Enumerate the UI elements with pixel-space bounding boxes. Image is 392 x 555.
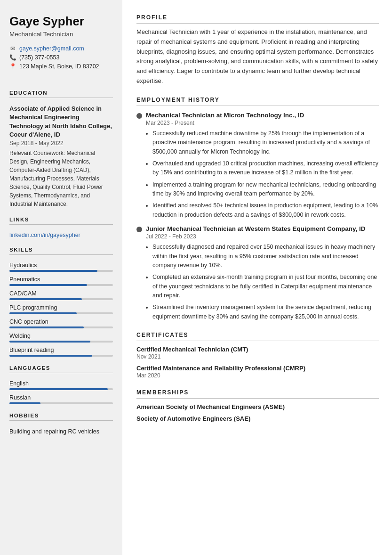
memberships-section-header: MEMBERSHIPS <box>136 389 379 399</box>
language-item: Russian <box>9 394 113 404</box>
job-bullet: Implemented a training program for new m… <box>152 180 379 199</box>
address-item: 📍 123 Maple St, Boise, ID 83702 <box>9 63 113 70</box>
hobbies-header: HOBBIES <box>9 413 113 421</box>
job-block: Mechanical Technician at Micron Technolo… <box>136 112 379 220</box>
skill-item: CNC operation <box>9 318 113 328</box>
links-header: LINKS <box>9 217 113 225</box>
skill-label: CNC operation <box>9 318 113 325</box>
job-bullet: Streamlined the inventory management sys… <box>152 303 379 321</box>
job-title: Mechanical Technician at Micron Technolo… <box>136 112 379 119</box>
job-title-text: Mechanical Technician at Micron Technolo… <box>146 112 304 119</box>
skill-label: Blueprint reading <box>9 347 113 353</box>
job-title: Junior Mechanical Technician at Western … <box>136 225 379 232</box>
email-icon: ✉ <box>9 45 16 52</box>
education-coursework: Relevant Coursework: Mechanical Design, … <box>9 149 113 208</box>
skill-bar-fill <box>9 312 77 314</box>
skill-bar-fill <box>9 298 82 300</box>
certificate-date: Mar 2020 <box>136 372 379 379</box>
job-bullet: Completed an extensive six-month trainin… <box>152 273 379 300</box>
job-bullet: Identified and resolved 50+ technical is… <box>152 201 379 220</box>
hobbies-text: Building and repairing RC vehicles <box>9 427 113 436</box>
certificates-list: Certified Mechanical Technician (CMT) No… <box>136 346 379 379</box>
candidate-name: Gaye Sypher <box>9 14 113 29</box>
job-bullet: Successfully diagnosed and repaired over… <box>152 243 379 270</box>
certificate-block: Certified Mechanical Technician (CMT) No… <box>136 346 379 360</box>
skill-label: Pneumatics <box>9 276 113 283</box>
certificate-name: Certified Mechanical Technician (CMT) <box>136 346 379 353</box>
skill-item: CAD/CAM <box>9 290 113 300</box>
skill-label: Hydraulics <box>9 262 113 269</box>
candidate-title: Mechanical Technician <box>9 31 113 38</box>
language-item: English <box>9 380 113 390</box>
language-bar-fill <box>9 402 40 404</box>
employment-section-header: EMPLOYMENT HISTORY <box>136 97 379 106</box>
skill-bar-fill <box>9 341 90 343</box>
job-date: Mar 2023 - Present <box>146 120 379 126</box>
education-header: EDUCATION <box>9 90 113 98</box>
phone-text: (735) 377-0553 <box>19 54 59 61</box>
job-bullet: Overhauled and upgraded 10 critical prod… <box>152 159 379 178</box>
jobs-list: Mechanical Technician at Micron Technolo… <box>136 112 379 321</box>
skill-label: Welding <box>9 333 113 339</box>
contact-block: ✉ gaye.sypher@gmail.com 📞 (735) 377-0553… <box>9 45 113 72</box>
profile-text: Mechanical Technician with 1 year of exp… <box>136 27 379 86</box>
sidebar: Gaye Sypher Mechanical Technician ✉ gaye… <box>0 0 122 555</box>
profile-section-header: PROFILE <box>136 14 379 24</box>
email-item: ✉ gaye.sypher@gmail.com <box>9 45 113 52</box>
location-icon: 📍 <box>9 63 16 70</box>
skill-bar-background <box>9 298 113 300</box>
skill-item: Hydraulics <box>9 262 113 272</box>
skill-bar-fill <box>9 355 92 357</box>
language-bar-background <box>9 402 113 404</box>
skill-bar-background <box>9 341 113 343</box>
job-date: Jul 2022 - Feb 2023 <box>146 233 379 240</box>
languages-list: English Russian <box>9 376 113 404</box>
skill-bar-background <box>9 284 113 286</box>
job-bullet: Successfully reduced machine downtime by… <box>152 129 379 156</box>
skill-bar-fill <box>9 326 84 328</box>
languages-header: LANGUAGES <box>9 365 113 373</box>
skill-bar-background <box>9 270 113 272</box>
email-link[interactable]: gaye.sypher@gmail.com <box>19 45 84 52</box>
skill-label: CAD/CAM <box>9 290 113 297</box>
phone-icon: 📞 <box>9 54 16 61</box>
skill-item: Blueprint reading <box>9 347 113 357</box>
skills-list: Hydraulics Pneumatics CAD/CAM PLC progra… <box>9 258 113 357</box>
language-bar-fill <box>9 388 108 390</box>
skill-bar-background <box>9 312 113 314</box>
certificates-section-header: CERTIFICATES <box>136 332 379 341</box>
skill-bar-background <box>9 326 113 328</box>
certificate-block: Certified Maintenance and Reliability Pr… <box>136 365 379 379</box>
skill-item: Pneumatics <box>9 276 113 286</box>
membership-item: American Society of Mechanical Engineers… <box>136 403 379 410</box>
skills-header: SKILLS <box>9 247 113 255</box>
main-content: PROFILE Mechanical Technician with 1 yea… <box>122 0 392 555</box>
job-bullets-list: Successfully reduced machine downtime by… <box>146 129 379 220</box>
job-title-text: Junior Mechanical Technician at Western … <box>146 225 366 232</box>
linkedin-link-item: linkedin.com/in/gayesypher <box>9 231 113 238</box>
job-dot <box>136 113 142 119</box>
job-block: Junior Mechanical Technician at Western … <box>136 225 379 321</box>
education-date: Sep 2018 - May 2022 <box>9 140 113 147</box>
phone-item: 📞 (735) 377-0553 <box>9 54 113 61</box>
skill-item: PLC programming <box>9 304 113 314</box>
memberships-list: American Society of Mechanical Engineers… <box>136 403 379 422</box>
language-label: Russian <box>9 394 113 401</box>
skill-bar-background <box>9 355 113 357</box>
job-bullets-list: Successfully diagnosed and repaired over… <box>146 243 379 321</box>
address-text: 123 Maple St, Boise, ID 83702 <box>19 63 99 70</box>
language-label: English <box>9 380 113 387</box>
certificate-name: Certified Maintenance and Reliability Pr… <box>136 365 379 372</box>
language-bar-background <box>9 388 113 390</box>
membership-item: Society of Automotive Engineers (SAE) <box>136 415 379 422</box>
education-degree: Associate of Applied Science in Mechanic… <box>9 105 113 139</box>
skill-bar-fill <box>9 284 87 286</box>
skill-item: Welding <box>9 333 113 343</box>
certificate-date: Nov 2021 <box>136 353 379 360</box>
linkedin-link[interactable]: linkedin.com/in/gayesypher <box>9 232 80 238</box>
skill-bar-fill <box>9 270 97 272</box>
job-dot <box>136 227 142 232</box>
skill-label: PLC programming <box>9 304 113 311</box>
